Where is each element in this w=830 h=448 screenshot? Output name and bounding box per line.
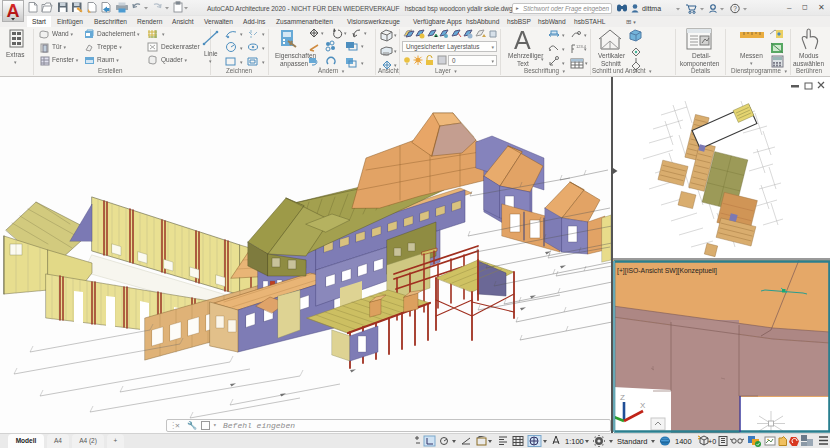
svg-text:▾: ▾ <box>240 31 243 37</box>
svg-text:▾: ▾ <box>562 46 565 52</box>
svg-text:▾: ▾ <box>364 30 367 36</box>
svg-text:▾: ▾ <box>584 46 587 52</box>
svg-text:▾: ▾ <box>240 45 243 51</box>
svg-text:▾: ▾ <box>262 59 265 65</box>
svg-text:▾: ▾ <box>585 60 588 66</box>
svg-text:Standard: Standard <box>617 437 647 446</box>
svg-text:X: X <box>640 401 646 410</box>
svg-text:1400: 1400 <box>675 437 692 446</box>
svg-text:▾: ▾ <box>321 30 324 36</box>
svg-text:▾: ▾ <box>344 30 347 36</box>
svg-text:▾: ▾ <box>584 32 587 38</box>
svg-text:▾: ▾ <box>262 45 265 51</box>
svg-text:▾: ▾ <box>361 60 364 66</box>
svg-text:A: A <box>7 1 20 21</box>
svg-text:▾: ▾ <box>394 48 397 54</box>
svg-text:▾: ▾ <box>240 59 243 65</box>
svg-text:+0: +0 <box>708 437 716 446</box>
svg-text:▾: ▾ <box>361 43 364 49</box>
svg-text:Z: Z <box>620 393 625 402</box>
svg-text:▾: ▾ <box>394 32 397 38</box>
svg-text:1:100: 1:100 <box>565 437 584 446</box>
svg-text:▾: ▾ <box>262 31 265 37</box>
svg-text:[+][ISO-Ansicht SW][Konzeptuel: [+][ISO-Ansicht SW][Konzeptuell] <box>617 267 717 275</box>
svg-text:▾: ▾ <box>562 32 565 38</box>
svg-text:?: ? <box>733 5 737 12</box>
svg-text:dittma: dittma <box>642 5 661 12</box>
svg-text:▾: ▾ <box>562 60 565 66</box>
